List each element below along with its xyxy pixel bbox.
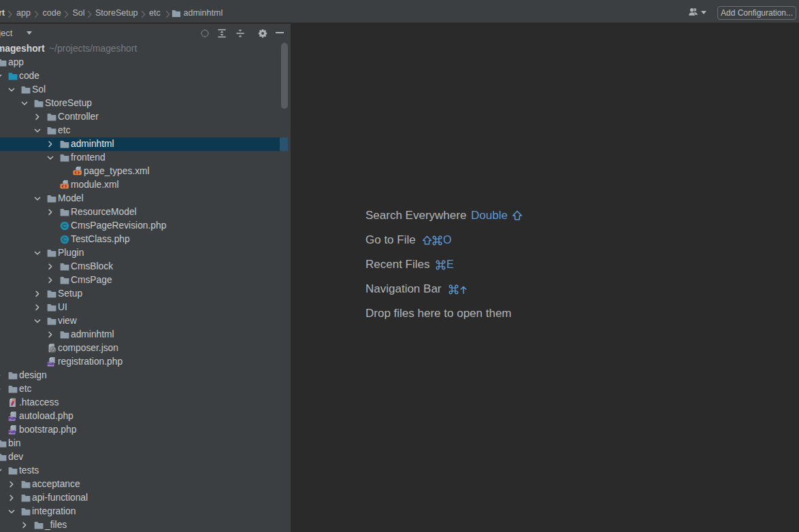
svg-text:PHP: PHP	[8, 416, 16, 420]
svg-text:PHP: PHP	[8, 430, 16, 434]
svg-text:C: C	[63, 235, 67, 243]
svg-text:C: C	[63, 222, 67, 229]
svg-text:PHP: PHP	[47, 362, 54, 366]
svg-text:{): {)	[51, 348, 54, 353]
